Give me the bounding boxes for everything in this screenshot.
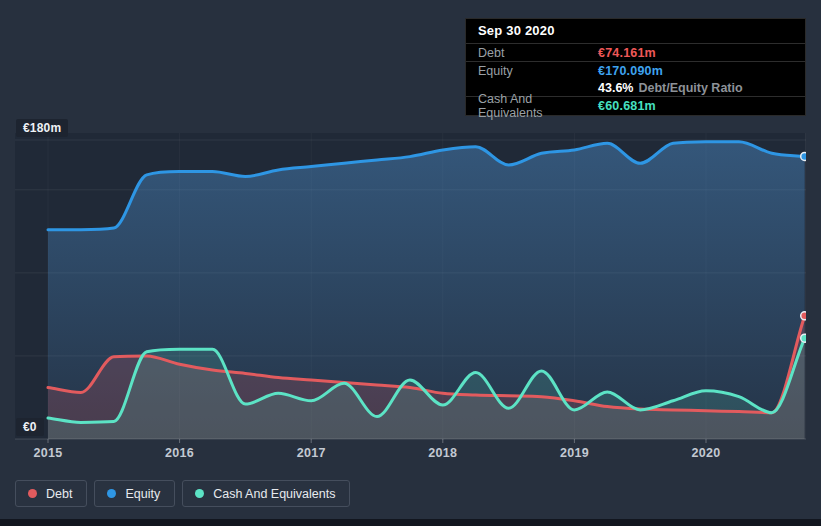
tooltip-cash-label: Cash And Equivalents <box>478 92 598 120</box>
y-axis-label-zero: €0 <box>16 418 44 436</box>
tooltip-date: Sep 30 2020 <box>466 19 805 44</box>
legend-debt-label: Debt <box>46 487 72 501</box>
plot-area[interactable] <box>15 133 806 444</box>
tooltip-row-debt: Debt €74.161m <box>466 44 805 62</box>
y-axis-label-max: €180m <box>16 119 68 137</box>
equity-dot-icon <box>107 489 116 498</box>
tooltip-cash-value: €60.681m <box>598 99 656 113</box>
x-tick-label-2016: 2016 <box>165 446 194 460</box>
x-tick-label-2019: 2019 <box>560 446 589 460</box>
debt-equity-history-chart-page: { "colors": { "page_bg": "#27303e", "plo… <box>0 0 821 526</box>
tooltip-debt-label: Debt <box>478 46 598 60</box>
legend-cash-label: Cash And Equivalents <box>213 487 335 501</box>
legend-item-equity[interactable]: Equity <box>94 480 175 507</box>
debt-dot-icon <box>28 489 37 498</box>
legend-equity-label: Equity <box>125 487 160 501</box>
legend-item-cash[interactable]: Cash And Equivalents <box>182 480 350 507</box>
x-tick-label-2020: 2020 <box>691 446 720 460</box>
tooltip-ratio-value: 43.6%Debt/Equity Ratio <box>598 81 743 95</box>
legend: Debt Equity Cash And Equivalents <box>15 480 350 507</box>
chart-tooltip: Sep 30 2020 Debt €74.161m Equity €170.09… <box>465 18 806 116</box>
cash-dot-icon <box>195 489 204 498</box>
bottom-page-edge <box>0 519 821 526</box>
tooltip-row-equity: Equity €170.090m <box>466 62 805 79</box>
tooltip-debt-value: €74.161m <box>598 46 656 60</box>
x-tick-label-2018: 2018 <box>428 446 457 460</box>
tooltip-equity-value: €170.090m <box>598 64 663 78</box>
x-tick-label-2015: 2015 <box>33 446 62 460</box>
legend-item-debt[interactable]: Debt <box>15 480 87 507</box>
x-axis: 2015 2016 2017 2018 2019 2020 <box>15 446 806 462</box>
chart-canvas <box>15 133 806 444</box>
x-tick-label-2017: 2017 <box>297 446 326 460</box>
tooltip-equity-label: Equity <box>478 64 598 78</box>
tooltip-row-cash: Cash And Equivalents €60.681m <box>466 97 805 115</box>
